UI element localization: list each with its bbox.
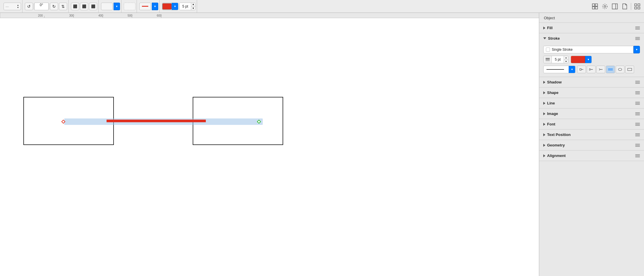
cap-rect-icon (627, 67, 632, 72)
cap-round-button[interactable] (587, 66, 596, 73)
style-dropdown-arrow[interactable]: ▼ (114, 3, 120, 10)
panel-button[interactable] (610, 2, 619, 11)
cap-angled-button[interactable] (596, 66, 605, 73)
flip-h-button[interactable]: ⇅ (59, 3, 67, 10)
stroke-type-select[interactable]: Single Stroke (543, 46, 633, 53)
section-shape-header[interactable]: Shape (539, 88, 644, 98)
align-right-button[interactable]: ⬛ (89, 3, 97, 10)
rotate-cw-button[interactable]: ↻ (50, 3, 58, 10)
font-menu-icon[interactable] (635, 123, 640, 126)
divider (631, 3, 631, 10)
cap-square-button[interactable] (577, 66, 586, 73)
section-fill-title-row: Fill (543, 26, 553, 30)
grid-view-button[interactable] (633, 2, 642, 11)
dash-selector[interactable] (124, 3, 135, 10)
right-panel: Object Fill Stroke (539, 13, 644, 276)
svg-rect-9 (638, 4, 640, 6)
section-alignment-header[interactable]: Alignment (539, 151, 644, 161)
fill-expand-icon (543, 27, 545, 29)
section-stroke-title-row: Stroke (543, 36, 560, 41)
section-font: Font (539, 119, 644, 130)
line-style-double-button[interactable] (606, 66, 615, 73)
stroke-type-dropdown[interactable]: ▼ (633, 46, 640, 53)
cap-oval-button[interactable] (616, 66, 624, 73)
menu-bar-l1 (635, 102, 640, 102)
text-position-menu-icon[interactable] (635, 133, 640, 136)
section-stroke-header[interactable]: Stroke (539, 33, 644, 43)
size-down-button[interactable]: ▼ (191, 6, 195, 10)
stroke-content: Single Stroke ▼ (539, 43, 644, 77)
shape-menu-icon[interactable] (635, 91, 640, 94)
stroke-width-down[interactable]: ▼ (564, 60, 568, 64)
align-center-button[interactable]: ⬛ (80, 3, 88, 10)
settings-button[interactable] (601, 2, 609, 11)
alignment-menu-icon[interactable] (635, 154, 640, 157)
section-geometry-header[interactable]: Geometry (539, 140, 644, 150)
endpoint-buttons (577, 66, 634, 73)
stroke-dash-select[interactable]: ▼ (543, 66, 575, 73)
doc-button[interactable] (620, 2, 629, 11)
view-mode-button[interactable] (591, 2, 599, 11)
stroke-style-selector[interactable] (139, 3, 151, 10)
stroke-checkbox[interactable] (546, 48, 550, 52)
shadow-menu-icon[interactable] (635, 81, 640, 84)
section-fill: Fill (539, 23, 644, 33)
color-dropdown[interactable]: ▼ (172, 3, 178, 10)
menu-bar-f3 (635, 125, 640, 126)
align-left-button[interactable]: ⬛ (71, 3, 79, 10)
svg-rect-10 (635, 7, 637, 9)
menu-bar-g2 (635, 145, 640, 146)
section-text-position: Text Position (539, 130, 644, 140)
image-expand-icon (543, 112, 545, 115)
line-expand-icon (543, 102, 545, 105)
fill-menu-icon[interactable] (635, 27, 640, 29)
toolbar-group-dash (123, 0, 137, 13)
connector-line[interactable] (107, 120, 206, 122)
menu-bar-tp2 (635, 134, 640, 135)
line-title: Line (547, 101, 555, 105)
cap-rect-button[interactable] (625, 66, 634, 73)
line-menu-icon[interactable] (635, 102, 640, 105)
settings-icon (602, 3, 608, 10)
menu-bar-a1 (635, 154, 640, 155)
svg-rect-1 (595, 4, 598, 6)
canvas-area[interactable]: 200 300 400 500 600 (0, 13, 539, 276)
section-shadow-header[interactable]: Shadow (539, 77, 644, 87)
canvas-content[interactable] (0, 18, 539, 276)
menu-bar-2 (635, 28, 640, 28)
shape-selector[interactable]: — ▲ ▼ (4, 3, 21, 10)
geometry-menu-icon[interactable] (635, 144, 640, 147)
toolbar-group-rotate: ↺ 0° ↻ ⇅ (24, 0, 69, 13)
section-geometry-title-row: Geometry (543, 143, 565, 147)
section-font-header[interactable]: Font (539, 119, 644, 129)
stroke-dash-dropdown[interactable]: ▼ (569, 66, 575, 73)
stroke-color-dropdown[interactable]: ▼ (585, 56, 591, 63)
text-position-title: Text Position (547, 132, 571, 137)
section-text-position-header[interactable]: Text Position (539, 130, 644, 140)
size-up-button[interactable]: ▲ (191, 3, 195, 7)
svg-rect-2 (592, 7, 595, 9)
shape-expand-icon (543, 91, 545, 94)
size-stepper: ▲ ▼ (191, 3, 195, 10)
stroke-width-up[interactable]: ▲ (564, 56, 568, 60)
stroke-menu-icon[interactable] (635, 37, 640, 40)
svg-text:200: 200 (38, 14, 43, 17)
image-menu-icon[interactable] (635, 112, 640, 115)
menu-bar-g3 (635, 146, 640, 147)
svg-rect-11 (638, 7, 640, 9)
cap-angled-icon (598, 67, 603, 72)
menu-bar-f1 (635, 123, 640, 123)
section-line-header[interactable]: Line (539, 98, 644, 108)
section-geometry: Geometry (539, 140, 644, 151)
section-image-header[interactable]: Image (539, 109, 644, 119)
stroke-style-dropdown[interactable]: ▼ (152, 3, 158, 10)
style-selector[interactable] (101, 3, 113, 10)
toolbar-group-color-size: ▼ 5 pt ▲ ▼ (161, 0, 197, 13)
alignment-title: Alignment (547, 153, 566, 158)
geometry-expand-icon (543, 144, 545, 147)
shape-title: Shape (547, 90, 558, 95)
section-fill-header[interactable]: Fill (539, 23, 644, 33)
rotate-ccw-button[interactable]: ↺ (25, 3, 33, 10)
stroke-color-swatch[interactable] (571, 56, 585, 63)
color-swatch[interactable] (162, 3, 172, 10)
